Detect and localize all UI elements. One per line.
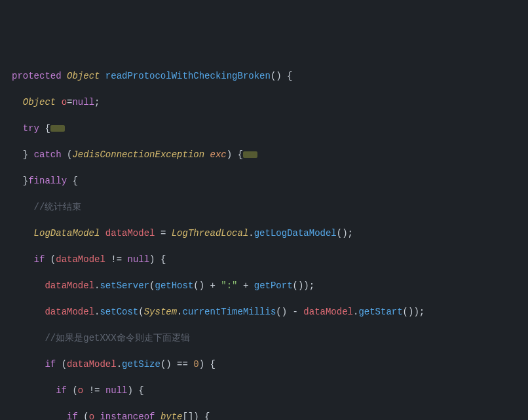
function-name: setServer bbox=[100, 280, 149, 291]
keyword: if bbox=[56, 385, 67, 396]
punct: () + bbox=[193, 280, 221, 291]
type: Object bbox=[23, 97, 56, 107]
keyword: catch bbox=[34, 149, 62, 160]
identifier: o bbox=[78, 385, 83, 396]
comment: //如果是getXXX命令则走下面逻辑 bbox=[45, 333, 189, 343]
code-line: try {··· bbox=[0, 122, 528, 135]
type: byte bbox=[160, 411, 183, 420]
op: = bbox=[160, 228, 166, 239]
type: LogDataModel bbox=[34, 228, 100, 239]
keyword: finally bbox=[28, 176, 67, 186]
code-line: //统计结束 bbox=[0, 200, 528, 214]
code-line: LogDataModel dataModel = LogThreadLocal.… bbox=[0, 227, 528, 240]
code-line: dataModel.setCost(System.currentTimeMill… bbox=[0, 305, 528, 318]
punct: () { bbox=[271, 71, 293, 81]
punct: ( bbox=[62, 359, 67, 370]
punct: ()); bbox=[293, 280, 315, 291]
punct: ( bbox=[138, 307, 143, 317]
code-line: Object o=null; bbox=[0, 96, 528, 109]
punct: } bbox=[23, 149, 28, 160]
code-line: //如果是getXXX命令则走下面逻辑 bbox=[0, 332, 528, 345]
type: LogThreadLocal bbox=[172, 228, 249, 239]
function-name: readProtocolWithCheckingBroken bbox=[105, 71, 271, 81]
op: + bbox=[238, 280, 254, 291]
keyword: if bbox=[67, 411, 78, 420]
identifier: dataModel bbox=[303, 307, 353, 317]
fold-marker-icon[interactable]: ··· bbox=[243, 151, 257, 158]
identifier: dataModel bbox=[67, 359, 117, 370]
code-line: dataModel.setServer(getHost() + ":" + ge… bbox=[0, 279, 528, 292]
code-line: }finally { bbox=[0, 174, 528, 187]
punct: (); bbox=[337, 228, 353, 239]
fold-marker-icon[interactable]: ··· bbox=[50, 125, 65, 132]
type: System bbox=[144, 307, 177, 317]
op: != bbox=[89, 385, 100, 396]
punct: . bbox=[117, 359, 122, 370]
punct: { bbox=[72, 176, 77, 186]
string: ":" bbox=[221, 280, 237, 291]
code-line: if (dataModel.getSize() == 0) { bbox=[0, 358, 528, 371]
keyword: try bbox=[23, 123, 39, 134]
param: exc bbox=[210, 149, 227, 160]
punct: ) { bbox=[149, 254, 166, 265]
keyword: if bbox=[34, 254, 45, 265]
code-editor[interactable]: protected Object readProtocolWithCheckin… bbox=[0, 52, 528, 420]
punct: ) { bbox=[227, 149, 243, 160]
identifier: o bbox=[89, 411, 94, 420]
punct: . bbox=[248, 228, 254, 239]
keyword: null bbox=[105, 385, 128, 396]
keyword: null bbox=[127, 254, 149, 265]
keyword: protected bbox=[12, 71, 62, 81]
punct: ; bbox=[94, 97, 100, 107]
op: != bbox=[111, 254, 122, 265]
type: Object bbox=[67, 71, 100, 81]
code-line: if (dataModel != null) { bbox=[0, 253, 528, 266]
type: JedisConnectionException bbox=[72, 149, 204, 160]
identifier: dataModel bbox=[56, 254, 105, 265]
identifier: dataModel bbox=[45, 280, 94, 291]
function-name: getPort bbox=[254, 280, 293, 291]
function-name: getSize bbox=[122, 359, 160, 370]
punct: { bbox=[45, 123, 50, 134]
punct: () - bbox=[276, 307, 303, 317]
function-name: getLogDataModel bbox=[254, 228, 337, 239]
keyword: instanceof bbox=[100, 411, 155, 420]
function-name: getStart bbox=[358, 307, 402, 317]
punct: ( bbox=[50, 254, 56, 265]
code-line: protected Object readProtocolWithCheckin… bbox=[0, 69, 528, 83]
code-line: if (o != null) { bbox=[0, 384, 528, 397]
identifier: o bbox=[62, 97, 67, 107]
keyword: null bbox=[72, 97, 94, 107]
punct: []) { bbox=[182, 411, 210, 420]
punct: ) { bbox=[199, 359, 216, 370]
code-line: } catch (JedisConnectionException exc) {… bbox=[0, 148, 528, 161]
punct: ( bbox=[83, 411, 88, 420]
comment: //统计结束 bbox=[34, 202, 82, 212]
punct: ()); bbox=[403, 307, 425, 317]
punct: } bbox=[23, 176, 28, 186]
identifier: dataModel bbox=[105, 228, 155, 239]
punct: ) { bbox=[127, 385, 143, 396]
code-line: if (o instanceof byte[]) { bbox=[0, 410, 528, 420]
function-name: setCost bbox=[100, 307, 138, 317]
punct: () == bbox=[160, 359, 193, 370]
punct: ( bbox=[72, 385, 77, 396]
punct: . bbox=[177, 307, 182, 317]
function-name: currentTimeMillis bbox=[183, 307, 276, 317]
number: 0 bbox=[193, 359, 198, 370]
identifier: dataModel bbox=[45, 307, 94, 317]
function-name: getHost bbox=[155, 280, 193, 291]
keyword: if bbox=[45, 359, 56, 370]
